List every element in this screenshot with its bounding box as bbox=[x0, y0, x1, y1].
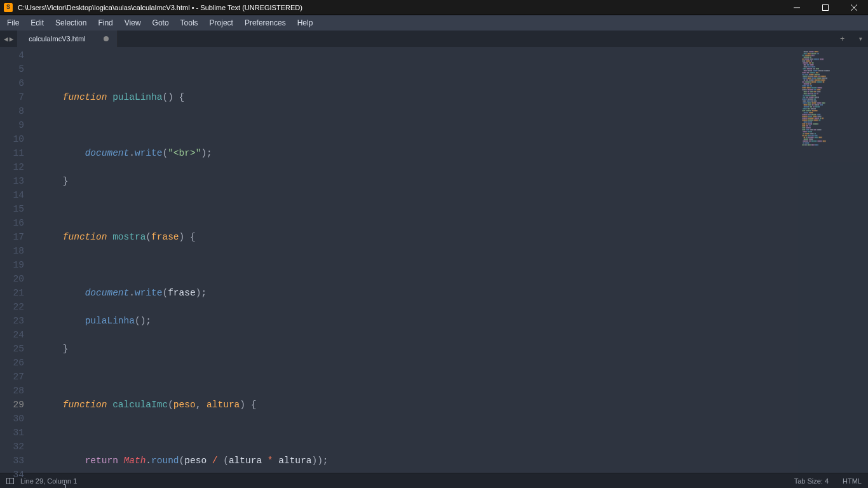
menu-project[interactable]: Project bbox=[204, 16, 239, 30]
code-line bbox=[36, 370, 798, 384]
minimap[interactable]: ██████ ██████ █████ ████ ████ ██████ ███… bbox=[798, 47, 868, 473]
menu-help[interactable]: Help bbox=[292, 16, 319, 30]
menu-view[interactable]: View bbox=[119, 16, 147, 30]
code-line: function pulaLinha() { bbox=[36, 90, 798, 104]
tab-next-icon[interactable]: ▶ bbox=[10, 35, 14, 43]
minimize-button[interactable] bbox=[782, 0, 811, 15]
code-line: return Math.round(peso / (altura * altur… bbox=[36, 454, 798, 468]
code-line bbox=[36, 258, 798, 272]
tab-dropdown-button[interactable]: ▾ bbox=[858, 35, 863, 44]
menu-find[interactable]: Find bbox=[92, 16, 118, 30]
code-area[interactable]: function pulaLinha() { document.write("<… bbox=[36, 47, 798, 473]
app-logo: S bbox=[4, 3, 13, 12]
code-line: document.write(frase); bbox=[36, 286, 798, 300]
menu-selection[interactable]: Selection bbox=[50, 16, 92, 30]
gutter: 4567891011121314151617181920212223242526… bbox=[0, 47, 36, 473]
maximize-button[interactable] bbox=[811, 0, 839, 15]
menu-bar: File Edit Selection Find View Goto Tools… bbox=[0, 15, 868, 30]
window-title: C:\Users\Victor\Desktop\logica\aulas\cal… bbox=[18, 4, 782, 11]
code-line bbox=[36, 426, 798, 440]
editor[interactable]: 4567891011121314151617181920212223242526… bbox=[0, 47, 868, 473]
code-line: } bbox=[36, 342, 798, 356]
code-line: pulaLinha(); bbox=[36, 314, 798, 328]
code-line: document.write("<br>"); bbox=[36, 146, 798, 160]
panel-switcher-icon[interactable] bbox=[6, 478, 14, 484]
menu-file[interactable]: File bbox=[1, 16, 25, 30]
code-line bbox=[36, 62, 798, 76]
menu-preferences[interactable]: Preferences bbox=[239, 16, 292, 30]
svg-rect-0 bbox=[822, 4, 828, 10]
tab-nav: ◀ ▶ bbox=[0, 35, 17, 43]
tab-label: calculaImcV3.html bbox=[29, 35, 85, 43]
window-controls bbox=[782, 0, 868, 15]
tab-dirty-indicator bbox=[104, 36, 109, 41]
code-line: function mostra(frase) { bbox=[36, 230, 798, 244]
title-bar: S C:\Users\Victor\Desktop\logica\aulas\c… bbox=[0, 0, 868, 15]
status-tab-size[interactable]: Tab Size: 4 bbox=[794, 477, 829, 485]
tab-actions: + ▾ bbox=[840, 34, 868, 44]
tab-prev-icon[interactable]: ◀ bbox=[4, 35, 8, 43]
tab-bar: ◀ ▶ calculaImcV3.html + ▾ bbox=[0, 30, 868, 47]
close-button[interactable] bbox=[839, 0, 868, 15]
menu-edit[interactable]: Edit bbox=[25, 16, 50, 30]
code-line bbox=[36, 202, 798, 216]
status-syntax[interactable]: HTML bbox=[843, 477, 862, 485]
menu-goto[interactable]: Goto bbox=[147, 16, 175, 30]
code-line bbox=[36, 118, 798, 132]
code-line: } bbox=[36, 174, 798, 188]
tab-add-button[interactable]: + bbox=[840, 35, 844, 44]
menu-tools[interactable]: Tools bbox=[175, 16, 204, 30]
tab-active[interactable]: calculaImcV3.html bbox=[17, 30, 118, 47]
code-line: function calculaImc(peso, altura) { bbox=[36, 398, 798, 412]
code-line: } bbox=[36, 482, 798, 488]
